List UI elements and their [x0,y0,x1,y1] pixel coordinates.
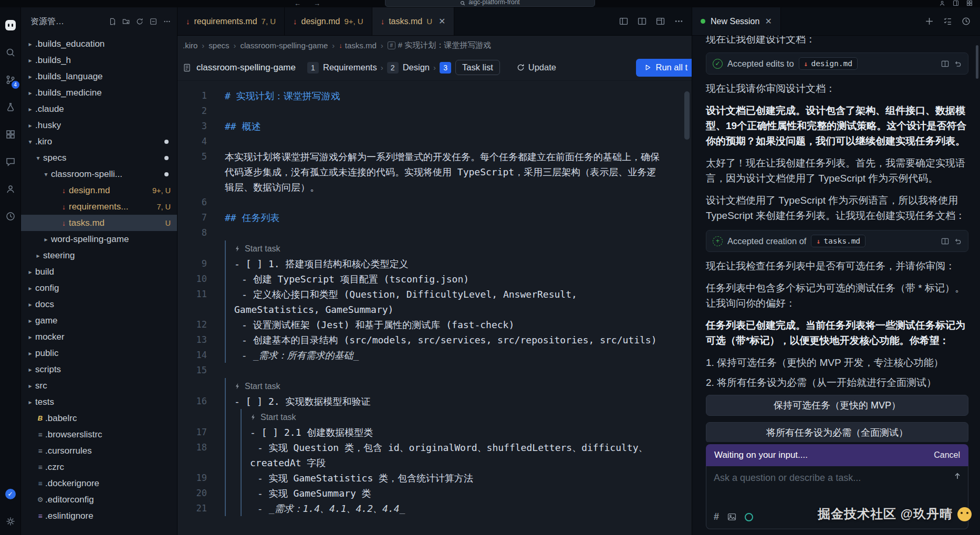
collapse-all-icon[interactable] [150,18,157,25]
tree-item[interactable]: ▸ .claude [21,101,177,117]
file-chip[interactable]: ↓ design.md [799,57,858,70]
editor-line[interactable]: 21 - _需求：1.4、4.1、4.2、4.4_ [178,501,692,516]
layout-icon[interactable] [953,0,959,6]
tree-item[interactable]: ⚙ .editorconfig [21,491,177,508]
context-hash-icon[interactable]: # [714,511,719,522]
editor-line[interactable]: 8 [178,225,692,240]
tree-item[interactable]: ▾ classroom-spelli... [21,166,177,182]
editor-line[interactable]: 12 - 设置测试框架 (Jest) 和基于属性的测试库 (fast-check… [178,317,692,332]
tree-item[interactable]: ≡ .eslintignore [21,508,177,524]
tree-item[interactable]: ▸ src [21,377,177,394]
breadcrumb-item[interactable]: .kiro [183,41,197,50]
image-icon[interactable] [727,512,736,521]
editor-line[interactable]: Start task [178,378,692,394]
chat-session-tab[interactable]: New Session ✕ [692,7,781,35]
tree-item[interactable]: ▸ steering [21,247,177,264]
editor-line[interactable]: Start task [178,409,692,425]
option-button-keep-optional[interactable]: 保持可选任务（更快的 MVP） [706,395,968,416]
breadcrumb-item[interactable]: specs [208,41,229,50]
nav-forward-icon[interactable]: → [314,0,320,7]
tree-item[interactable]: ▾ .kiro [21,133,177,150]
source-control-icon[interactable]: 4 [0,66,21,93]
start-task-icon[interactable] [250,412,257,423]
tree-item[interactable]: ≡ .browserslistrc [21,426,177,443]
undo-icon[interactable] [954,237,962,245]
send-icon[interactable] [953,472,962,480]
run-all-tasks-button[interactable]: Run all t [636,59,692,77]
tree-item[interactable]: ▸ docs [21,296,177,312]
editor-line[interactable]: 10 - 创建 TypeScript 项目配置 (tsconfig.json) [178,271,692,287]
more-actions-icon[interactable] [674,17,683,26]
history-icon[interactable] [0,203,21,230]
window-menu-icon[interactable] [966,0,973,6]
new-folder-icon[interactable] [122,18,130,25]
tree-item[interactable]: ↓ requirements... 7, U [21,198,177,215]
editor-tab[interactable]: ↓ tasks.md U ✕ [372,7,455,35]
editor-line[interactable]: 19 - 实现 GameStatistics 类，包含统计计算方法 [178,470,692,486]
open-diff-icon[interactable] [941,60,949,68]
tree-item[interactable]: ▸ .husky [21,117,177,133]
editor-line[interactable]: 4 [178,134,692,149]
refresh-icon[interactable] [136,18,143,25]
tree-item[interactable]: ▸ .builds_medicine [21,85,177,101]
split-editor-icon[interactable] [638,17,647,26]
preview-icon[interactable] [619,17,628,26]
tree-item[interactable]: ▸ .builds_language [21,68,177,85]
editor-line[interactable]: 15 [178,363,692,378]
editor-tab[interactable]: ↓ requirements.md 7, U [178,7,285,35]
editor-line[interactable]: 2 [178,103,692,119]
editor-line[interactable]: 11 - 定义核心接口和类型 (Question, DifficultyLeve… [178,287,692,317]
tree-item[interactable]: ▸ game [21,312,177,329]
tree-item[interactable]: ▸ build [21,264,177,280]
editor-line[interactable]: 3 ## 概述 [178,119,692,134]
editor-tab[interactable]: ↓ design.md 9+, U [285,7,372,35]
tree-item[interactable]: ▸ .builds_education [21,36,177,52]
option-button-all-required[interactable]: 将所有任务设为必需（全面测试） [706,422,968,442]
spec-step[interactable]: 1 Requirements [307,62,377,74]
tree-item[interactable]: ↓ design.md 9+, U [21,182,177,198]
test-beaker-icon[interactable] [0,93,21,121]
code-editor[interactable]: 1 # 实现计划：课堂拼写游戏 2 3 ## 概述 4 5 本实现计划将课堂拼写… [178,81,692,535]
file-chip[interactable]: ↓ tasks.md [811,235,866,247]
editor-line[interactable]: Start task [178,240,692,256]
agent-ring-icon[interactable] [745,513,753,521]
editor-line[interactable]: 16 - [ ] 2. 实现数据模型和验证 [178,394,692,409]
spec-step[interactable]: 3 Task list [440,60,500,75]
verified-check-icon[interactable]: ✓ [0,480,21,508]
command-search[interactable]: aigc-platform-front [385,0,595,7]
breadcrumb-item[interactable]: # # 实现计划：课堂拼写游戏 [388,40,492,50]
tree-item[interactable]: ≡ .dockerignore [21,475,177,491]
editor-line[interactable]: 14 - _需求：所有需求的基础_ [178,348,692,363]
editor-line[interactable]: 17 - [ ] 2.1 创建数据模型类 [178,425,692,440]
nav-back-icon[interactable]: ← [294,0,301,7]
tree-item[interactable]: ≡ .czrc [21,459,177,475]
extensions-icon[interactable] [0,121,21,148]
editor-line[interactable]: 18 - 实现 Question 类，包含 id、originalWord、sh… [178,440,692,470]
search-icon[interactable] [0,39,21,66]
tree-item[interactable]: B .babelrc [21,410,177,426]
tree-item[interactable]: ▾ specs [21,150,177,166]
editor-line[interactable]: 13 - 创建基本的目录结构 (src/models, src/services… [178,332,692,348]
update-button[interactable]: Update [517,62,556,72]
breadcrumb-item[interactable]: classroom-spelling-game [241,41,328,50]
chat-input-box[interactable]: Ask a question or describe a task... # [706,466,968,529]
open-diff-icon[interactable] [941,237,949,245]
editor-line[interactable]: 20 - 实现 GameSummary 类 [178,486,692,501]
tree-item[interactable]: ▸ word-spelling-game [21,231,177,247]
spec-step[interactable]: 2 Design [387,62,430,74]
kiro-logo-icon[interactable] [0,12,21,39]
chat-scrollbar[interactable] [976,45,978,79]
tree-item[interactable]: ▸ public [21,345,177,361]
new-file-icon[interactable] [109,18,116,25]
editor-line[interactable]: 6 [178,195,692,210]
tree-item[interactable]: ▸ mocker [21,329,177,345]
chat-icon[interactable] [0,148,21,175]
history-icon[interactable] [962,17,971,26]
tree-item[interactable]: ▸ scripts [21,361,177,377]
account-circle-icon[interactable] [0,175,21,203]
tree-item[interactable]: ▸ config [21,280,177,296]
tree-item[interactable]: ▸ tests [21,394,177,410]
breadcrumb-item[interactable]: ↓ tasks.md [339,41,377,50]
settings-gear-icon[interactable] [0,508,21,535]
undo-icon[interactable] [954,60,962,68]
